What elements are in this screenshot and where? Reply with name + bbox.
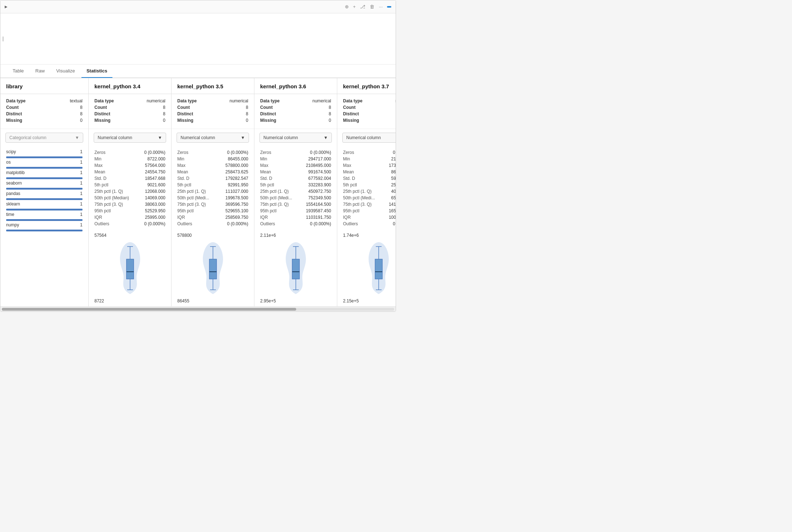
stat-label: IQR bbox=[94, 215, 102, 220]
col-dropdown-library[interactable]: Categorical column▼ bbox=[5, 133, 83, 143]
table-row: 95th pctl1939587.450 bbox=[260, 208, 331, 214]
stat-label: 95th pctl bbox=[343, 208, 359, 213]
meta-label: Data type bbox=[177, 98, 197, 103]
violin-chart bbox=[364, 239, 393, 297]
meta-value: 8 bbox=[329, 111, 331, 116]
plus-icon[interactable]: + bbox=[353, 4, 356, 9]
toolbar-right: ⊕ + ⎇ 🗑 ··· bbox=[345, 4, 391, 9]
violin-chart bbox=[281, 239, 310, 297]
meta-value: 0 bbox=[80, 118, 83, 123]
violin-wrap bbox=[364, 239, 393, 297]
stat-label: Std. D bbox=[343, 176, 355, 181]
stat-value: 18547.668 bbox=[145, 176, 165, 181]
trash-icon[interactable]: 🗑 bbox=[370, 4, 374, 9]
table-row: 95th pctl529655.100 bbox=[177, 208, 248, 214]
col-dropdown-kernel_python_37[interactable]: Numerical column▼ bbox=[342, 133, 396, 143]
cat-item: pandas 1 bbox=[6, 191, 83, 196]
list-item: os 1 bbox=[6, 160, 83, 169]
table-row: 95th pctl52529.950 bbox=[94, 208, 165, 214]
content-area[interactable]: libraryData typetextualCount8Distinct8Mi… bbox=[0, 78, 396, 311]
col-title: library bbox=[6, 83, 83, 89]
stat-value: 0 (0.000%) bbox=[144, 221, 165, 226]
col-header-kernel_python_37: kernel_python 3.7 bbox=[337, 78, 396, 94]
violin-wrap bbox=[199, 239, 227, 297]
cat-bar bbox=[6, 167, 83, 169]
cat-name: matplotlib bbox=[6, 170, 25, 175]
table-row: 5th pctl9021.600 bbox=[94, 182, 165, 188]
meta-label: Count bbox=[343, 105, 356, 110]
stat-label: Outliers bbox=[94, 221, 109, 226]
meta-row: Missing0 bbox=[260, 118, 331, 123]
col-dropdown-kernel_python_35[interactable]: Numerical column▼ bbox=[177, 133, 249, 143]
stat-label: 50th pctl (Medi... bbox=[343, 195, 375, 200]
stat-value: 407229.000 bbox=[391, 189, 396, 194]
branch-icon[interactable]: ⎇ bbox=[360, 4, 365, 9]
meta-label: Distinct bbox=[94, 111, 110, 116]
meta-row: Distinct8 bbox=[6, 111, 83, 116]
col-dropdown-kernel_python_34[interactable]: Numerical column▼ bbox=[94, 133, 166, 143]
stat-label: Outliers bbox=[343, 221, 358, 226]
meta-value: 8 bbox=[246, 105, 248, 110]
table-row: IQR1007164.250 bbox=[343, 214, 396, 221]
stat-label: Std. D bbox=[260, 176, 272, 181]
stat-value: 1655578.550 bbox=[389, 208, 396, 213]
stat-value: 450972.750 bbox=[308, 189, 331, 194]
table-row: Min8722.000 bbox=[94, 156, 165, 162]
more-icon[interactable]: ··· bbox=[379, 4, 383, 9]
stat-value: 991674.500 bbox=[308, 169, 331, 174]
cat-bar-wrap bbox=[6, 188, 83, 190]
stat-value: 2108495.000 bbox=[306, 163, 331, 168]
stat-value: 863557.625 bbox=[391, 169, 396, 174]
meta-row: Distinct8 bbox=[260, 111, 331, 116]
meta-value: numerical bbox=[395, 98, 396, 103]
meta-label: Missing bbox=[260, 118, 276, 123]
stats-rows: Zeros0 (0.000%)Min86455.000Max578800.000… bbox=[172, 146, 254, 230]
tab-table[interactable]: Table bbox=[8, 65, 29, 78]
at-icon[interactable]: ⊕ bbox=[345, 4, 349, 9]
tab-statistics[interactable]: Statistics bbox=[81, 65, 112, 78]
stat-value: 214953.000 bbox=[391, 156, 396, 161]
list-item: scipy 1 bbox=[6, 149, 83, 158]
list-item: seaborn 1 bbox=[6, 181, 83, 190]
stat-label: IQR bbox=[260, 215, 268, 220]
meta-value: numerical bbox=[230, 98, 248, 103]
stat-label: Max bbox=[94, 163, 103, 168]
meta-value: 8 bbox=[80, 105, 83, 110]
scrollbar-thumb[interactable] bbox=[2, 308, 296, 311]
cat-count: 1 bbox=[80, 212, 83, 217]
list-item: sklearn 1 bbox=[6, 201, 83, 210]
stat-value: 1939587.450 bbox=[306, 208, 331, 213]
meta-row: Count8 bbox=[260, 105, 331, 110]
stat-label: 5th pctl bbox=[177, 182, 191, 187]
cat-bar bbox=[6, 177, 83, 179]
stat-label: 75th pctl (3. Q) bbox=[94, 202, 123, 207]
meta-row: Count8 bbox=[177, 105, 248, 110]
table-row: 75th pctl (3. Q)369596.750 bbox=[177, 201, 248, 208]
stat-label: Outliers bbox=[177, 221, 192, 226]
col-title: kernel_python 3.6 bbox=[260, 83, 331, 89]
cat-bar-wrap bbox=[6, 156, 83, 158]
stat-label: Max bbox=[260, 163, 268, 168]
cat-name: os bbox=[6, 160, 11, 165]
cat-bar-wrap bbox=[6, 209, 83, 210]
svg-rect-6 bbox=[209, 259, 217, 279]
tab-raw[interactable]: Raw bbox=[30, 65, 50, 78]
stat-value: 92991.950 bbox=[228, 182, 248, 187]
cat-bar-wrap bbox=[6, 198, 83, 200]
stat-value: 294717.000 bbox=[308, 156, 331, 161]
table-row: Mean258473.625 bbox=[177, 169, 248, 175]
list-item: time 1 bbox=[6, 212, 83, 221]
col-dropdown-kernel_python_36[interactable]: Numerical column▼ bbox=[259, 133, 332, 143]
meta-row: Data typenumerical bbox=[94, 98, 165, 103]
stat-value: 14069.000 bbox=[145, 195, 165, 200]
meta-label: Distinct bbox=[260, 111, 276, 116]
col-title: kernel_python 3.5 bbox=[177, 83, 248, 89]
viz-area-kernel_python_34: 575648722 bbox=[89, 230, 171, 306]
viz-min-label: 86455 bbox=[177, 298, 248, 303]
scrollbar-area[interactable] bbox=[0, 306, 396, 311]
meta-row: Count8 bbox=[94, 105, 165, 110]
stat-value: 52529.950 bbox=[145, 208, 165, 213]
scrollbar-track[interactable] bbox=[2, 308, 394, 311]
tab-visualize[interactable]: Visualize bbox=[51, 65, 80, 78]
dropdown-arrow-icon: ▼ bbox=[75, 135, 79, 140]
